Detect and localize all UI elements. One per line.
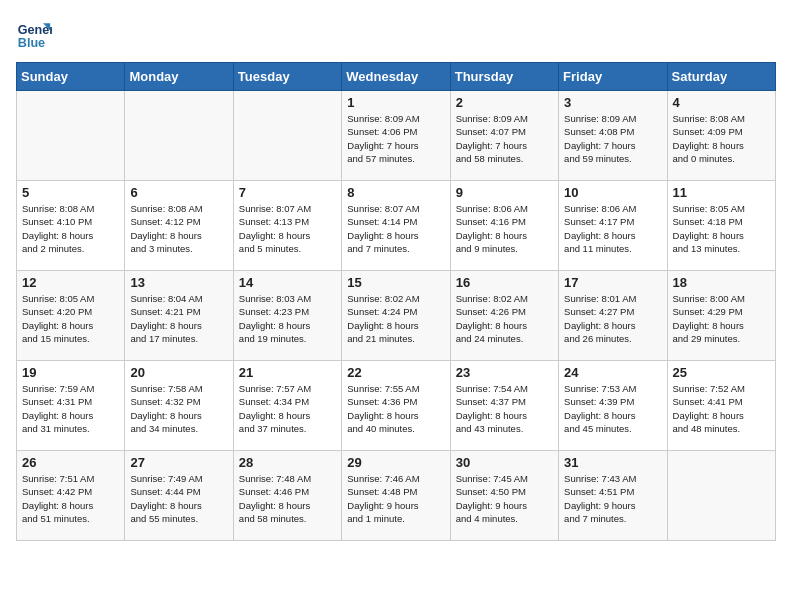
header: General Blue: [16, 16, 776, 52]
calendar-cell: 21Sunrise: 7:57 AM Sunset: 4:34 PM Dayli…: [233, 361, 341, 451]
day-number: 31: [564, 455, 661, 470]
day-number: 20: [130, 365, 227, 380]
calendar-table: SundayMondayTuesdayWednesdayThursdayFrid…: [16, 62, 776, 541]
day-number: 29: [347, 455, 444, 470]
header-cell-thursday: Thursday: [450, 63, 558, 91]
day-number: 21: [239, 365, 336, 380]
calendar-row: 5Sunrise: 8:08 AM Sunset: 4:10 PM Daylig…: [17, 181, 776, 271]
calendar-cell: 1Sunrise: 8:09 AM Sunset: 4:06 PM Daylig…: [342, 91, 450, 181]
day-info: Sunrise: 8:08 AM Sunset: 4:12 PM Dayligh…: [130, 202, 227, 255]
logo: General Blue: [16, 16, 56, 52]
calendar-cell: 6Sunrise: 8:08 AM Sunset: 4:12 PM Daylig…: [125, 181, 233, 271]
calendar-cell: 18Sunrise: 8:00 AM Sunset: 4:29 PM Dayli…: [667, 271, 775, 361]
day-number: 2: [456, 95, 553, 110]
day-number: 13: [130, 275, 227, 290]
calendar-row: 1Sunrise: 8:09 AM Sunset: 4:06 PM Daylig…: [17, 91, 776, 181]
calendar-cell: 12Sunrise: 8:05 AM Sunset: 4:20 PM Dayli…: [17, 271, 125, 361]
calendar-cell: 23Sunrise: 7:54 AM Sunset: 4:37 PM Dayli…: [450, 361, 558, 451]
calendar-cell: 25Sunrise: 7:52 AM Sunset: 4:41 PM Dayli…: [667, 361, 775, 451]
calendar-cell: 27Sunrise: 7:49 AM Sunset: 4:44 PM Dayli…: [125, 451, 233, 541]
header-cell-tuesday: Tuesday: [233, 63, 341, 91]
day-info: Sunrise: 7:52 AM Sunset: 4:41 PM Dayligh…: [673, 382, 770, 435]
day-number: 8: [347, 185, 444, 200]
day-info: Sunrise: 7:49 AM Sunset: 4:44 PM Dayligh…: [130, 472, 227, 525]
day-info: Sunrise: 8:08 AM Sunset: 4:09 PM Dayligh…: [673, 112, 770, 165]
calendar-cell: [667, 451, 775, 541]
calendar-cell: 28Sunrise: 7:48 AM Sunset: 4:46 PM Dayli…: [233, 451, 341, 541]
day-info: Sunrise: 7:59 AM Sunset: 4:31 PM Dayligh…: [22, 382, 119, 435]
day-number: 15: [347, 275, 444, 290]
day-info: Sunrise: 8:06 AM Sunset: 4:16 PM Dayligh…: [456, 202, 553, 255]
calendar-cell: 31Sunrise: 7:43 AM Sunset: 4:51 PM Dayli…: [559, 451, 667, 541]
header-cell-saturday: Saturday: [667, 63, 775, 91]
day-number: 6: [130, 185, 227, 200]
day-info: Sunrise: 8:07 AM Sunset: 4:14 PM Dayligh…: [347, 202, 444, 255]
day-info: Sunrise: 7:54 AM Sunset: 4:37 PM Dayligh…: [456, 382, 553, 435]
calendar-cell: 2Sunrise: 8:09 AM Sunset: 4:07 PM Daylig…: [450, 91, 558, 181]
day-info: Sunrise: 7:45 AM Sunset: 4:50 PM Dayligh…: [456, 472, 553, 525]
calendar-cell: 9Sunrise: 8:06 AM Sunset: 4:16 PM Daylig…: [450, 181, 558, 271]
day-info: Sunrise: 8:03 AM Sunset: 4:23 PM Dayligh…: [239, 292, 336, 345]
day-number: 11: [673, 185, 770, 200]
day-number: 4: [673, 95, 770, 110]
day-number: 7: [239, 185, 336, 200]
calendar-cell: [17, 91, 125, 181]
day-info: Sunrise: 8:09 AM Sunset: 4:07 PM Dayligh…: [456, 112, 553, 165]
calendar-cell: 24Sunrise: 7:53 AM Sunset: 4:39 PM Dayli…: [559, 361, 667, 451]
day-info: Sunrise: 8:07 AM Sunset: 4:13 PM Dayligh…: [239, 202, 336, 255]
day-number: 24: [564, 365, 661, 380]
calendar-cell: 4Sunrise: 8:08 AM Sunset: 4:09 PM Daylig…: [667, 91, 775, 181]
calendar-cell: 15Sunrise: 8:02 AM Sunset: 4:24 PM Dayli…: [342, 271, 450, 361]
day-info: Sunrise: 7:51 AM Sunset: 4:42 PM Dayligh…: [22, 472, 119, 525]
day-number: 3: [564, 95, 661, 110]
day-number: 1: [347, 95, 444, 110]
day-info: Sunrise: 8:02 AM Sunset: 4:26 PM Dayligh…: [456, 292, 553, 345]
calendar-cell: [233, 91, 341, 181]
calendar-cell: 19Sunrise: 7:59 AM Sunset: 4:31 PM Dayli…: [17, 361, 125, 451]
calendar-cell: [125, 91, 233, 181]
calendar-cell: 22Sunrise: 7:55 AM Sunset: 4:36 PM Dayli…: [342, 361, 450, 451]
day-info: Sunrise: 8:05 AM Sunset: 4:18 PM Dayligh…: [673, 202, 770, 255]
header-cell-wednesday: Wednesday: [342, 63, 450, 91]
calendar-cell: 30Sunrise: 7:45 AM Sunset: 4:50 PM Dayli…: [450, 451, 558, 541]
logo-icon: General Blue: [16, 16, 52, 52]
calendar-cell: 20Sunrise: 7:58 AM Sunset: 4:32 PM Dayli…: [125, 361, 233, 451]
day-info: Sunrise: 7:55 AM Sunset: 4:36 PM Dayligh…: [347, 382, 444, 435]
day-number: 5: [22, 185, 119, 200]
day-info: Sunrise: 7:43 AM Sunset: 4:51 PM Dayligh…: [564, 472, 661, 525]
day-info: Sunrise: 7:58 AM Sunset: 4:32 PM Dayligh…: [130, 382, 227, 435]
day-number: 14: [239, 275, 336, 290]
day-number: 10: [564, 185, 661, 200]
day-info: Sunrise: 7:53 AM Sunset: 4:39 PM Dayligh…: [564, 382, 661, 435]
day-number: 16: [456, 275, 553, 290]
calendar-cell: 5Sunrise: 8:08 AM Sunset: 4:10 PM Daylig…: [17, 181, 125, 271]
day-info: Sunrise: 7:46 AM Sunset: 4:48 PM Dayligh…: [347, 472, 444, 525]
calendar-body: 1Sunrise: 8:09 AM Sunset: 4:06 PM Daylig…: [17, 91, 776, 541]
header-cell-friday: Friday: [559, 63, 667, 91]
calendar-cell: 29Sunrise: 7:46 AM Sunset: 4:48 PM Dayli…: [342, 451, 450, 541]
day-info: Sunrise: 8:09 AM Sunset: 4:08 PM Dayligh…: [564, 112, 661, 165]
day-number: 17: [564, 275, 661, 290]
day-number: 19: [22, 365, 119, 380]
header-cell-sunday: Sunday: [17, 63, 125, 91]
calendar-cell: 3Sunrise: 8:09 AM Sunset: 4:08 PM Daylig…: [559, 91, 667, 181]
day-info: Sunrise: 8:06 AM Sunset: 4:17 PM Dayligh…: [564, 202, 661, 255]
day-number: 22: [347, 365, 444, 380]
calendar-row: 26Sunrise: 7:51 AM Sunset: 4:42 PM Dayli…: [17, 451, 776, 541]
day-number: 28: [239, 455, 336, 470]
day-info: Sunrise: 8:04 AM Sunset: 4:21 PM Dayligh…: [130, 292, 227, 345]
calendar-cell: 16Sunrise: 8:02 AM Sunset: 4:26 PM Dayli…: [450, 271, 558, 361]
calendar-cell: 8Sunrise: 8:07 AM Sunset: 4:14 PM Daylig…: [342, 181, 450, 271]
calendar-cell: 7Sunrise: 8:07 AM Sunset: 4:13 PM Daylig…: [233, 181, 341, 271]
day-info: Sunrise: 8:01 AM Sunset: 4:27 PM Dayligh…: [564, 292, 661, 345]
calendar-cell: 26Sunrise: 7:51 AM Sunset: 4:42 PM Dayli…: [17, 451, 125, 541]
day-number: 26: [22, 455, 119, 470]
day-number: 25: [673, 365, 770, 380]
day-info: Sunrise: 8:00 AM Sunset: 4:29 PM Dayligh…: [673, 292, 770, 345]
calendar-header: SundayMondayTuesdayWednesdayThursdayFrid…: [17, 63, 776, 91]
day-info: Sunrise: 8:05 AM Sunset: 4:20 PM Dayligh…: [22, 292, 119, 345]
day-number: 12: [22, 275, 119, 290]
day-info: Sunrise: 8:02 AM Sunset: 4:24 PM Dayligh…: [347, 292, 444, 345]
day-number: 9: [456, 185, 553, 200]
calendar-cell: 14Sunrise: 8:03 AM Sunset: 4:23 PM Dayli…: [233, 271, 341, 361]
